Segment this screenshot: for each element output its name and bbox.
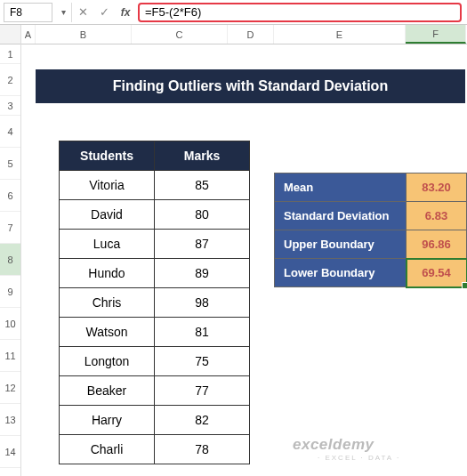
check-icon[interactable]: ✓ <box>93 3 115 22</box>
cell[interactable]: 87 <box>155 230 250 259</box>
table-row: Chris98 <box>60 288 250 318</box>
formula-input[interactable]: =F5-(2*F6) <box>138 3 462 22</box>
table-row: Watson81 <box>60 318 250 347</box>
col-header[interactable]: D <box>228 25 274 44</box>
col-header[interactable]: B <box>36 25 132 44</box>
row-header[interactable]: 9 <box>0 276 20 308</box>
table-row: Mean83.20 <box>275 173 467 202</box>
stat-value-mean[interactable]: 83.20 <box>407 173 467 202</box>
table-row: Harry82 <box>60 406 250 435</box>
table-row: Charli78 <box>60 435 250 464</box>
col-header[interactable]: C <box>132 25 228 44</box>
stat-value-lower[interactable]: 69.54 <box>407 259 467 287</box>
select-all-corner[interactable] <box>0 25 20 44</box>
cell[interactable]: 89 <box>155 259 250 288</box>
col-header-marks: Marks <box>155 141 250 171</box>
col-header[interactable]: F <box>406 25 466 44</box>
stat-value-upper[interactable]: 96.86 <box>407 230 467 259</box>
col-header-students: Students <box>60 141 155 171</box>
stat-label-upper[interactable]: Upper Boundary <box>275 230 407 259</box>
row-header[interactable]: 14 <box>0 436 20 468</box>
col-header[interactable]: E <box>274 25 406 44</box>
cell[interactable]: David <box>60 200 155 230</box>
cell[interactable]: 75 <box>155 347 250 376</box>
row-header[interactable]: 8 <box>0 244 20 276</box>
cell[interactable]: 82 <box>155 406 250 435</box>
watermark-sub: · EXCEL · DATA · <box>318 454 400 462</box>
cell[interactable]: 77 <box>155 376 250 406</box>
row-headers: 1 2 3 4 5 6 7 8 9 10 11 12 13 14 <box>0 25 21 476</box>
cell[interactable]: 98 <box>155 288 250 318</box>
row-header[interactable]: 4 <box>0 116 20 148</box>
row-header[interactable]: 3 <box>0 96 20 116</box>
row-header[interactable]: 5 <box>0 148 20 180</box>
stat-label-mean[interactable]: Mean <box>275 173 407 202</box>
table-row: Vitoria85 <box>60 171 250 200</box>
row-header[interactable]: 12 <box>0 372 20 404</box>
row-header[interactable]: 10 <box>0 308 20 340</box>
row-header[interactable]: 2 <box>0 64 20 96</box>
watermark: exceldemy <box>293 436 374 454</box>
cancel-icon[interactable]: ✕ <box>72 3 93 22</box>
row-header[interactable]: 7 <box>0 212 20 244</box>
table-row: Standard Deviation6.83 <box>275 202 467 230</box>
cell[interactable]: Luca <box>60 230 155 259</box>
stats-table: Mean83.20 Standard Deviation6.83 Upper B… <box>274 173 467 287</box>
main-grid: A B C D E F Finding Outliers with Standa… <box>21 25 467 476</box>
cell[interactable]: Longton <box>60 347 155 376</box>
data-table: Students Marks Vitoria85 David80 Luca87 … <box>59 141 250 464</box>
cell[interactable]: Beaker <box>60 376 155 406</box>
cell[interactable]: 78 <box>155 435 250 464</box>
cell[interactable]: Hundo <box>60 259 155 288</box>
cell[interactable]: 85 <box>155 171 250 200</box>
row-header[interactable]: 13 <box>0 404 20 436</box>
formula-bar: F8 ▾ ✕ ✓ fx =F5-(2*F6) <box>0 0 467 25</box>
table-row: Upper Boundary96.86 <box>275 230 467 259</box>
row-header[interactable]: 11 <box>0 340 20 372</box>
table-row: Hundo89 <box>60 259 250 288</box>
table-row: Lower Boundary69.54 <box>275 259 467 287</box>
table-row: Luca87 <box>60 230 250 259</box>
name-box[interactable]: F8 <box>4 3 52 22</box>
stat-value-stddev[interactable]: 6.83 <box>407 202 467 230</box>
table-row: Beaker77 <box>60 376 250 406</box>
column-headers: A B C D E F <box>21 25 467 44</box>
cell[interactable]: 81 <box>155 318 250 347</box>
col-header[interactable]: A <box>21 25 36 44</box>
table-header-row: Students Marks <box>60 141 250 171</box>
cell[interactable]: Charli <box>60 435 155 464</box>
chevron-down-icon[interactable]: ▾ <box>56 3 72 22</box>
page-title: Finding Outliers with Standard Deviation <box>36 69 465 103</box>
table-row: David80 <box>60 200 250 230</box>
grid-area: 1 2 3 4 5 6 7 8 9 10 11 12 13 14 A B C D… <box>0 25 467 476</box>
stat-label-stddev[interactable]: Standard Deviation <box>275 202 407 230</box>
table-row: Longton75 <box>60 347 250 376</box>
stat-label-lower[interactable]: Lower Boundary <box>275 259 407 287</box>
row-header[interactable]: 6 <box>0 180 20 212</box>
cell[interactable]: Watson <box>60 318 155 347</box>
row-header[interactable]: 1 <box>0 44 20 64</box>
cell[interactable]: 80 <box>155 200 250 230</box>
cell[interactable]: Chris <box>60 288 155 318</box>
cell[interactable]: Harry <box>60 406 155 435</box>
cell[interactable]: Vitoria <box>60 171 155 200</box>
fx-icon[interactable]: fx <box>115 3 136 22</box>
